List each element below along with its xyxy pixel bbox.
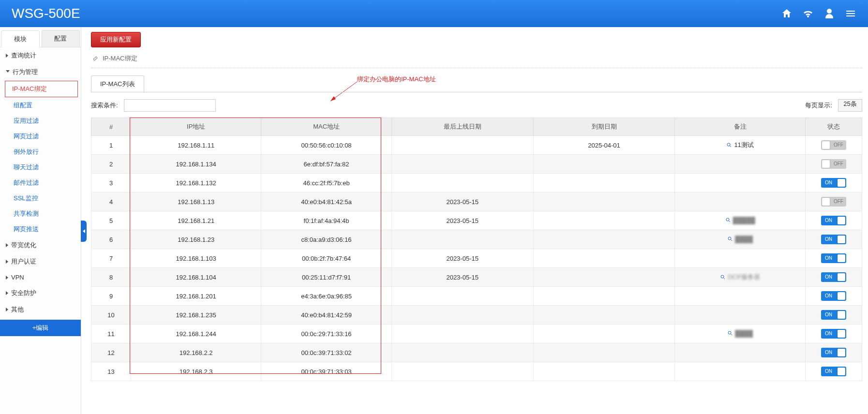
cell-ip: 192.168.1.104 (131, 268, 261, 287)
remark-content[interactable]: 11测试 (726, 141, 753, 149)
nav-item-9[interactable]: 网页推送 (2, 222, 81, 237)
nav-item-0[interactable]: IP-MAC绑定 (5, 81, 78, 97)
cell-mac: 46:cc:2f:f5:7b:eb (261, 174, 391, 192)
cell-index: 8 (91, 268, 131, 287)
nav-item-6[interactable]: 邮件过滤 (2, 175, 81, 191)
search-input[interactable] (124, 99, 216, 112)
nav-group-label: 查询统计 (11, 51, 36, 60)
remark-content[interactable]: DCP服务器 (720, 273, 760, 281)
table-row: 11192.168.1.24400:0c:29:71:33:16████ON (91, 325, 862, 343)
cell-remark[interactable] (675, 192, 805, 211)
nav-group-4[interactable]: VPN (0, 270, 81, 285)
sidebar-collapse-handle[interactable] (81, 221, 87, 242)
sidebar-tab-module[interactable]: 模块 (1, 30, 40, 47)
cell-state: ON (805, 287, 862, 306)
cell-remark[interactable] (675, 362, 805, 381)
cell-index: 6 (91, 230, 131, 249)
home-icon[interactable] (781, 8, 793, 19)
cell-ip: 192.168.1.21 (131, 211, 261, 230)
svg-point-8 (721, 275, 724, 278)
sidebar-edit-button[interactable]: +编辑 (0, 320, 81, 336)
cell-ip: 192.168.1.103 (131, 249, 261, 268)
nav-item-4[interactable]: 例外放行 (2, 144, 81, 160)
cell-ip: 192.168.1.235 (131, 306, 261, 325)
nav-item-5[interactable]: 聊天过滤 (2, 160, 81, 175)
nav-group-2[interactable]: 带宽优化 (0, 237, 81, 253)
wifi-icon[interactable] (802, 8, 814, 19)
nav-group-label: 其他 (11, 305, 24, 314)
cell-mac: 00:0c:29:71:33:16 (261, 325, 391, 343)
state-toggle[interactable]: OFF (821, 159, 846, 169)
col-remark: 备注 (675, 118, 805, 136)
state-toggle[interactable]: OFF (821, 140, 846, 150)
tab-ipmac-list[interactable]: IP-MAC列表 (91, 75, 144, 92)
nav-item-8[interactable]: 共享检测 (2, 206, 81, 222)
page-size-select[interactable]: 25条 (838, 99, 862, 112)
nav-group-6[interactable]: 其他 (0, 301, 81, 318)
state-toggle[interactable]: OFF (821, 197, 846, 207)
cell-state: ON (805, 211, 862, 230)
state-toggle[interactable]: ON (821, 216, 846, 225)
nav-item-7[interactable]: SSL监控 (2, 191, 81, 206)
apply-config-button[interactable]: 应用新配置 (91, 32, 141, 47)
state-toggle[interactable]: ON (821, 329, 846, 339)
remark-content[interactable]: █████ (725, 217, 755, 224)
table-row: 3192.168.1.13246:cc:2f:f5:7b:ebON (91, 174, 862, 192)
state-toggle[interactable]: ON (821, 367, 846, 376)
sidebar-tab-config[interactable]: 配置 (42, 30, 80, 47)
cell-remark[interactable] (675, 287, 805, 306)
cell-remark[interactable]: ████ (675, 230, 805, 249)
svg-line-9 (724, 278, 725, 280)
nav-group-label: 行为管理 (13, 68, 38, 76)
state-toggle[interactable]: ON (821, 348, 846, 357)
remark-content[interactable]: ████ (727, 236, 753, 243)
cell-remark[interactable] (675, 249, 805, 268)
nav-group-5[interactable]: 安全防护 (0, 285, 81, 301)
cell-remark[interactable]: DCP服务器 (675, 268, 805, 287)
state-toggle[interactable]: ON (821, 272, 846, 282)
main-panel: 应用新配置 IP-MAC绑定 IP-MAC列表 绑定办公电脑的IP-MAC地址 … (81, 27, 868, 414)
cell-index: 2 (91, 155, 131, 174)
col-last: 最后上线日期 (391, 118, 533, 136)
cell-ip: 192.168.1.132 (131, 174, 261, 192)
cell-expire (533, 155, 675, 174)
state-toggle[interactable]: ON (821, 235, 846, 244)
cell-expire (533, 268, 675, 287)
cell-remark[interactable] (675, 306, 805, 325)
link-icon (92, 55, 99, 62)
nav-group-3[interactable]: 用户认证 (0, 253, 81, 270)
nav-item-2[interactable]: 应用过滤 (2, 113, 81, 129)
nav-group-1[interactable]: 行为管理 (0, 64, 81, 80)
cell-remark[interactable]: ████ (675, 325, 805, 343)
svg-line-7 (731, 240, 733, 241)
cell-expire (533, 211, 675, 230)
cell-state: OFF (805, 192, 862, 211)
cell-ip: 192.168.1.11 (131, 136, 261, 155)
cell-last (391, 325, 533, 343)
nav-item-3[interactable]: 网页过滤 (2, 129, 81, 144)
user-icon[interactable] (823, 8, 835, 19)
remark-content[interactable]: ████ (727, 330, 753, 337)
table-row: 2192.168.1.1346e:df:bf:57:fa:82OFF (91, 155, 862, 174)
state-toggle[interactable]: ON (821, 253, 846, 263)
cell-remark[interactable]: █████ (675, 211, 805, 230)
table-row: 5192.168.1.21f0:1f:af:4a:94:4b2023-05-15… (91, 211, 862, 230)
menu-icon[interactable] (845, 8, 856, 19)
cell-remark[interactable] (675, 343, 805, 362)
cell-remark[interactable]: 11测试 (675, 136, 805, 155)
cell-index: 5 (91, 211, 131, 230)
state-toggle[interactable]: ON (821, 178, 846, 188)
cell-expire (533, 287, 675, 306)
cell-remark[interactable] (675, 174, 805, 192)
cell-expire (533, 325, 675, 343)
cell-state: OFF (805, 136, 862, 155)
state-toggle[interactable]: ON (821, 291, 846, 301)
nav-item-1[interactable]: 组配置 (2, 98, 81, 113)
table-row: 9192.168.1.201e4:3a:6e:0a:96:85ON (91, 287, 862, 306)
cell-last: 2023-05-15 (391, 211, 533, 230)
state-toggle[interactable]: ON (821, 310, 846, 320)
nav-group-0[interactable]: 查询统计 (0, 47, 81, 64)
cell-remark[interactable] (675, 155, 805, 174)
cell-mac: 40:e0:b4:81:42:5a (261, 192, 391, 211)
cell-last: 2023-05-15 (391, 268, 533, 287)
